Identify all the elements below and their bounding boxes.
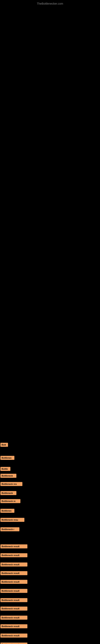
bottleneck-result-label: Bottlenec bbox=[0, 509, 14, 513]
bottleneck-result-label: Bottleneck result bbox=[0, 598, 27, 602]
bottleneck-result-label: Bottleneck result bbox=[0, 624, 27, 628]
bottleneck-result-label: Bottleneck result bbox=[0, 634, 27, 638]
bottleneck-result-label: Bottleneck resu bbox=[0, 518, 24, 522]
bottleneck-result-label: Bottleneck result bbox=[0, 616, 27, 620]
bottleneck-result-label: Bottleneck bbox=[0, 491, 16, 495]
bottleneck-result-label: Bottleneck res bbox=[0, 482, 22, 486]
bottleneck-result-label: Bottleneck r bbox=[0, 527, 19, 531]
bottleneck-result-label: Bottlenec bbox=[0, 456, 14, 460]
site-title: TheBottlenecker.com bbox=[37, 2, 63, 5]
bottleneck-result-label: Bottle bbox=[0, 467, 10, 471]
bottleneck-result-label: Bottleneck result bbox=[0, 606, 27, 610]
bottleneck-result-label: Bottleneck result bbox=[0, 544, 27, 548]
bottleneck-result-label: Bottleneck re bbox=[0, 499, 20, 503]
bottleneck-result-label: Bottleneck result bbox=[0, 571, 27, 575]
bottleneck-result-label: Bottleneck result bbox=[0, 562, 27, 566]
bottleneck-result-label: Bottleneck result bbox=[0, 642, 27, 644]
bottleneck-result-label: Bottleneck result bbox=[0, 580, 27, 584]
bottleneck-result-label: Bottleneck result bbox=[0, 589, 27, 593]
bottleneck-result-label: Bottleneck bbox=[0, 474, 16, 478]
bottleneck-result-label: Bott bbox=[0, 443, 8, 447]
bottleneck-result-label: Bottleneck result bbox=[0, 553, 27, 557]
